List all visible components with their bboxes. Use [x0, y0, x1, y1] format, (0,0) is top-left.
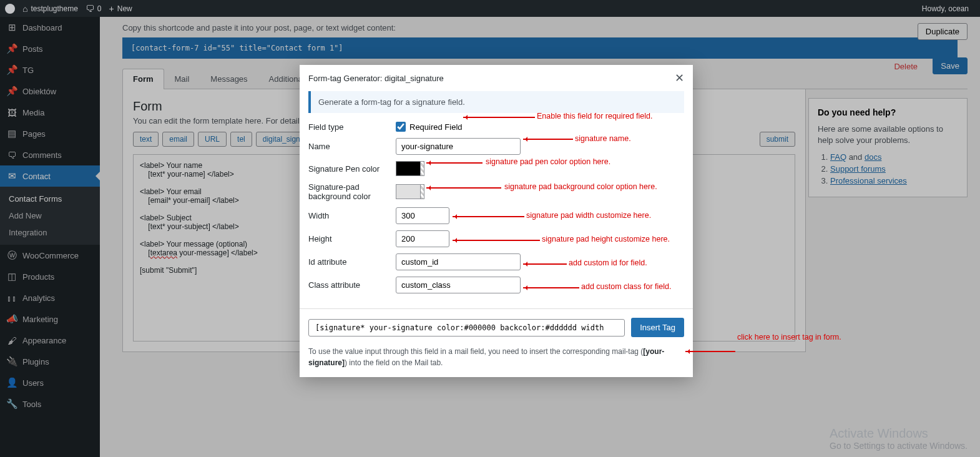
anno-width: signature pad width customize here.	[526, 211, 651, 220]
anno-bg: signature pad background color option he…	[504, 182, 657, 191]
bg-color-swatch[interactable]	[396, 184, 421, 199]
color-picker-handle[interactable]	[421, 184, 424, 199]
anno-insert: click here to insert tag in form.	[737, 333, 841, 342]
required-checkbox[interactable]	[396, 122, 406, 132]
new-content-link[interactable]: +New	[109, 4, 132, 14]
required-label: Required Field	[409, 122, 463, 132]
pen-color-swatch[interactable]	[396, 161, 421, 176]
label-class-attr: Class attribute	[308, 280, 396, 290]
label-field-type: Field type	[308, 122, 396, 132]
insert-tag-button[interactable]: Insert Tag	[631, 318, 684, 337]
class-input[interactable]	[396, 277, 521, 293]
comments-link[interactable]: 🗨0	[86, 4, 102, 14]
modal-info: Generate a form-tag for a signature fiel…	[308, 91, 684, 113]
width-input[interactable]	[396, 207, 449, 224]
howdy-link[interactable]: Howdy, ocean	[922, 4, 975, 13]
wp-logo[interactable]	[5, 4, 15, 14]
label-bg-color: Signature-padbackground color	[308, 182, 396, 201]
site-name-link[interactable]: ⌂testplugtheme	[22, 4, 78, 14]
id-input[interactable]	[396, 253, 521, 270]
anno-required: Enable this field for required field.	[537, 112, 653, 120]
anno-class: add custom class for field.	[581, 282, 672, 291]
height-input[interactable]	[396, 230, 449, 247]
tag-output[interactable]	[308, 319, 625, 337]
label-width: Width	[308, 211, 396, 220]
anno-height: signature pad height customize here.	[542, 235, 670, 243]
plus-icon: +	[109, 4, 114, 14]
close-icon[interactable]: ✕	[675, 71, 684, 85]
modal-note: To use the value input through this fiel…	[300, 346, 693, 377]
label-name: Name	[308, 142, 396, 151]
label-id-attr: Id attribute	[308, 257, 396, 267]
label-height: Height	[308, 234, 396, 243]
activate-windows-watermark: Activate Windows Go to Settings to activ…	[830, 426, 968, 451]
name-input[interactable]	[396, 138, 521, 155]
comment-icon: 🗨	[86, 4, 94, 14]
modal-title: Form-tag Generator: digital_signature	[308, 74, 444, 83]
color-picker-handle[interactable]	[421, 161, 424, 176]
home-icon: ⌂	[22, 4, 27, 14]
label-pen-color: Signature Pen color	[308, 164, 396, 174]
anno-name: signature name.	[575, 134, 631, 143]
anno-pen: signature pad pen color option here.	[486, 157, 610, 166]
admin-bar: ⌂testplugtheme 🗨0 +New Howdy, ocean	[0, 0, 980, 17]
anno-id: add custom id for field.	[569, 258, 647, 267]
